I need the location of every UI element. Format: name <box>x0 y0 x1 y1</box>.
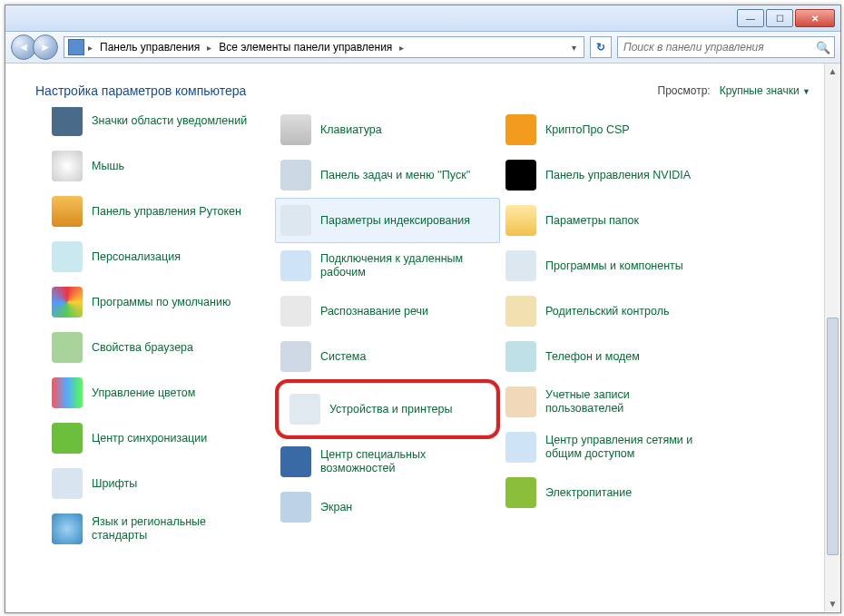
cpl-item-personalization[interactable]: Персонализация <box>46 234 275 279</box>
cpl-item-default-programs[interactable]: Программы по умолчанию <box>46 279 275 325</box>
control-panel-icon <box>68 39 84 55</box>
cpl-item-power-options[interactable]: Электропитание <box>500 470 745 515</box>
cpl-item-label: Телефон и модем <box>545 350 640 364</box>
devices-printers-icon <box>290 394 320 425</box>
network-sharing-icon <box>505 432 536 463</box>
notification-icons-icon <box>52 107 83 136</box>
items-grid: Значки области уведомленийМышьПанель упр… <box>6 107 839 597</box>
fonts-icon <box>52 468 83 499</box>
cpl-item-label: Центр синхронизации <box>92 432 207 445</box>
cryptopro-icon <box>505 114 536 145</box>
cpl-item-taskbar-start[interactable]: Панель задач и меню ''Пуск'' <box>275 152 500 198</box>
cpl-item-folder-options[interactable]: Параметры папок <box>500 198 745 243</box>
cpl-item-region-language[interactable]: Язык и региональные стандарты <box>46 506 275 552</box>
cpl-item-label: Электропитание <box>545 486 632 500</box>
indexing-options-icon <box>280 205 311 236</box>
view-mode-dropdown[interactable]: Крупные значки ▼ <box>720 84 810 97</box>
system-icon <box>280 341 311 372</box>
vertical-scrollbar[interactable]: ▲ ▼ <box>824 64 840 611</box>
cpl-item-parental-controls[interactable]: Родительский контроль <box>500 288 745 334</box>
region-language-icon <box>52 513 83 544</box>
cpl-item-rutoken[interactable]: Панель управления Рутокен <box>46 189 275 234</box>
rutoken-icon <box>52 196 83 227</box>
page-title: Настройка параметров компьютера <box>35 83 246 98</box>
titlebar: — ☐ ✕ <box>5 5 840 32</box>
keyboard-icon <box>280 114 311 145</box>
cpl-item-browser-properties[interactable]: Свойства браузера <box>46 325 275 370</box>
personalization-icon <box>52 241 83 272</box>
cpl-item-network-sharing[interactable]: Центр управления сетями и общим доступом <box>500 425 745 470</box>
maximize-button[interactable]: ☐ <box>766 9 793 27</box>
programs-features-icon <box>505 250 536 281</box>
phone-modem-icon <box>505 341 536 372</box>
cpl-item-ease-of-access[interactable]: Центр специальных возможностей <box>275 439 500 484</box>
cpl-item-label: Значки области уведомлений <box>92 114 247 128</box>
cpl-item-system[interactable]: Система <box>275 334 500 379</box>
search-icon[interactable]: 🔍 <box>816 41 830 54</box>
cpl-item-user-accounts[interactable]: Учетные записи пользователей <box>500 379 745 425</box>
cpl-item-indexing-options[interactable]: Параметры индексирования <box>275 198 500 243</box>
cpl-item-nvidia-panel[interactable]: Панель управления NVIDIA <box>500 152 745 198</box>
cpl-item-label: Панель управления Рутокен <box>92 205 241 219</box>
cpl-item-label: Панель задач и меню ''Пуск'' <box>320 169 470 182</box>
cpl-item-color-management[interactable]: Управление цветом <box>46 370 275 416</box>
cpl-item-label: Центр специальных возможностей <box>320 448 484 475</box>
user-accounts-icon <box>505 386 536 417</box>
view-mode-value: Крупные значки <box>720 84 800 97</box>
scroll-down-button[interactable]: ▼ <box>825 596 840 611</box>
sync-center-icon <box>52 423 83 454</box>
power-options-icon <box>505 477 536 508</box>
cpl-item-label: Шрифты <box>92 477 137 491</box>
cpl-item-label: Персонализация <box>92 250 181 264</box>
cpl-item-mouse[interactable]: Мышь <box>46 143 275 189</box>
chevron-right-icon: ▸ <box>205 43 213 53</box>
breadcrumb-seg-2[interactable]: Все элементы панели управления <box>215 41 396 54</box>
cpl-item-sync-center[interactable]: Центр синхронизации <box>46 416 275 461</box>
cpl-item-label: Устройства и принтеры <box>329 403 452 416</box>
cpl-item-label: Параметры индексирования <box>320 214 470 228</box>
cpl-item-notification-icons[interactable]: Значки области уведомлений <box>46 107 275 143</box>
cpl-item-remote-desktop[interactable]: Подключения к удаленным рабочим <box>275 243 500 288</box>
content-area: Настройка параметров компьютера Просмотр… <box>6 64 839 611</box>
cpl-item-fonts[interactable]: Шрифты <box>46 461 275 506</box>
close-button[interactable]: ✕ <box>795 9 835 27</box>
minimize-button[interactable]: — <box>737 9 764 27</box>
cpl-item-label: Распознавание речи <box>320 305 428 318</box>
cpl-item-label: Панель управления NVIDIA <box>545 169 691 182</box>
highlight-ring: Устройства и принтеры <box>275 379 500 439</box>
cpl-item-label: Мышь <box>92 160 124 173</box>
search-box[interactable]: 🔍 <box>617 36 835 58</box>
cpl-item-cryptopro[interactable]: КриптоПро CSP <box>500 107 745 152</box>
remote-desktop-icon <box>280 250 311 281</box>
cpl-item-label: Экран <box>320 501 352 514</box>
cpl-item-speech-recognition[interactable]: Распознавание речи <box>275 288 500 334</box>
cpl-item-label: Программы по умолчанию <box>92 296 231 309</box>
default-programs-icon <box>52 287 83 318</box>
breadcrumb-dropdown[interactable]: ▾ <box>568 43 580 53</box>
cpl-item-label: Программы и компоненты <box>545 259 683 273</box>
search-input[interactable] <box>622 40 812 54</box>
forward-button[interactable]: ► <box>33 34 58 60</box>
cpl-item-display[interactable]: Экран <box>275 484 500 530</box>
folder-options-icon <box>505 205 536 236</box>
cpl-item-phone-modem[interactable]: Телефон и модем <box>500 334 745 379</box>
breadcrumb-seg-1[interactable]: Панель управления <box>96 41 203 54</box>
refresh-button[interactable]: ↻ <box>590 36 612 58</box>
view-label: Просмотр: <box>658 84 711 97</box>
cpl-item-label: Подключения к удаленным рабочим <box>320 252 484 279</box>
window-frame: — ☐ ✕ ◄ ► ▸ Панель управления ▸ Все элем… <box>5 5 841 613</box>
ease-of-access-icon <box>280 446 311 477</box>
scrollbar-thumb[interactable] <box>827 318 839 555</box>
cpl-item-label: Родительский контроль <box>545 305 669 318</box>
cpl-item-label: Язык и региональные стандарты <box>92 515 255 543</box>
breadcrumb[interactable]: ▸ Панель управления ▸ Все элементы панел… <box>64 36 584 58</box>
cpl-item-programs-features[interactable]: Программы и компоненты <box>500 243 745 288</box>
cpl-item-devices-printers[interactable]: Устройства и принтеры <box>284 386 491 432</box>
scroll-up-button[interactable]: ▲ <box>825 64 840 79</box>
browser-properties-icon <box>52 332 83 363</box>
cpl-item-keyboard[interactable]: Клавиатура <box>275 107 500 152</box>
cpl-item-label: Параметры папок <box>545 214 639 228</box>
cpl-item-label: Управление цветом <box>92 386 195 400</box>
navbar: ◄ ► ▸ Панель управления ▸ Все элементы п… <box>5 32 840 64</box>
parental-controls-icon <box>505 296 536 327</box>
